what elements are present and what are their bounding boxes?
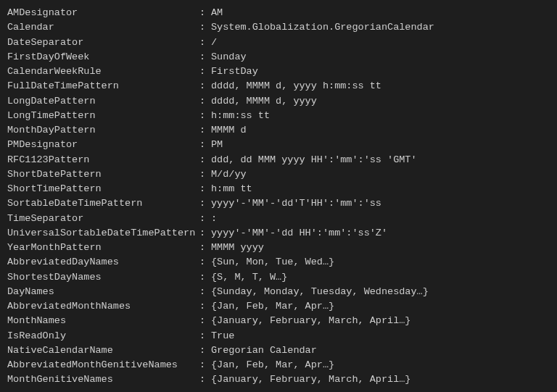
property-row: YearMonthPattern:MMMM yyyy <box>7 241 550 255</box>
property-value: yyyy'-'MM'-'dd'T'HH':'mm':'ss <box>211 196 381 211</box>
property-name: ShortDatePattern <box>7 167 199 182</box>
property-name: AbbreviatedDayNames <box>7 255 199 270</box>
property-value: {S, M, T, W…} <box>211 270 287 285</box>
property-value: AM <box>211 6 223 20</box>
property-name: DateSeparator <box>7 36 199 50</box>
property-name: LongTimePattern <box>7 109 199 123</box>
separator: : <box>199 196 211 211</box>
property-value: {Jan, Feb, Mar, Apr…} <box>211 299 334 314</box>
property-row: DayNames:{Sunday, Monday, Tuesday, Wedne… <box>7 285 550 299</box>
property-row: FullDateTimePattern:dddd, MMMM d, yyyy h… <box>7 79 550 93</box>
property-row: LongDatePattern:dddd, MMMM d, yyyy <box>7 94 550 109</box>
property-row: IsReadOnly:True <box>7 329 550 343</box>
separator: : <box>199 36 211 50</box>
property-row: AbbreviatedMonthGenitiveNames:{Jan, Feb,… <box>7 358 550 372</box>
property-name: UniversalSortableDateTimePattern <box>7 226 199 241</box>
property-row: AMDesignator:AM <box>7 6 550 20</box>
property-name: AbbreviatedMonthGenitiveNames <box>7 358 199 372</box>
property-value: True <box>211 329 234 343</box>
property-value: {Sun, Mon, Tue, Wed…} <box>211 255 334 270</box>
separator: : <box>199 270 211 285</box>
property-value: h:mm:ss tt <box>211 109 270 123</box>
separator: : <box>199 79 211 93</box>
property-row: RFC1123Pattern:ddd, dd MMM yyyy HH':'mm'… <box>7 153 550 167</box>
property-name: FullDateTimePattern <box>7 79 199 93</box>
separator: : <box>199 123 211 138</box>
property-row: ShortestDayNames:{S, M, T, W…} <box>7 270 550 285</box>
property-name: MonthGenitiveNames <box>7 372 199 387</box>
separator: : <box>199 212 211 226</box>
property-value: Sunday <box>211 50 247 64</box>
property-value: dddd, MMMM d, yyyy <box>211 94 317 109</box>
separator: : <box>199 20 211 35</box>
separator: : <box>199 329 211 343</box>
property-value: dddd, MMMM d, yyyy h:mm:ss tt <box>211 79 381 93</box>
property-name: Calendar <box>7 20 199 35</box>
property-row: ShortDatePattern:M/d/yy <box>7 167 550 182</box>
property-row: AbbreviatedMonthNames:{Jan, Feb, Mar, Ap… <box>7 299 550 314</box>
separator: : <box>199 167 211 182</box>
property-value: yyyy'-'MM'-'dd HH':'mm':'ss'Z' <box>211 226 387 241</box>
property-row: NativeCalendarName:Gregorian Calendar <box>7 343 550 358</box>
separator: : <box>199 241 211 255</box>
property-name: PMDesignator <box>7 138 199 152</box>
property-row: MonthDayPattern:MMMM d <box>7 123 550 138</box>
property-row: ShortTimePattern:h:mm tt <box>7 182 550 196</box>
property-row: Calendar:System.Globalization.GregorianC… <box>7 20 550 35</box>
property-name: CalendarWeekRule <box>7 64 199 79</box>
property-name: MonthDayPattern <box>7 123 199 138</box>
property-name: TimeSeparator <box>7 212 199 226</box>
property-name: MonthNames <box>7 314 199 328</box>
property-row: AbbreviatedDayNames:{Sun, Mon, Tue, Wed…… <box>7 255 550 270</box>
separator: : <box>199 343 211 358</box>
separator: : <box>199 285 211 299</box>
property-value: {January, February, March, April…} <box>211 372 410 387</box>
separator: : <box>199 109 211 123</box>
property-row: PMDesignator:PM <box>7 138 550 152</box>
property-value: {Jan, Feb, Mar, Apr…} <box>211 358 334 372</box>
property-value: FirstDay <box>211 64 258 79</box>
separator: : <box>199 358 211 372</box>
property-value: Gregorian Calendar <box>211 343 317 358</box>
separator: : <box>199 314 211 328</box>
property-row: CalendarWeekRule:FirstDay <box>7 64 550 79</box>
separator: : <box>199 138 211 152</box>
property-row: FirstDayOfWeek:Sunday <box>7 50 550 64</box>
property-value: MMMM d <box>211 123 247 138</box>
separator: : <box>199 299 211 314</box>
separator: : <box>199 153 211 167</box>
property-value: {January, February, March, April…} <box>211 314 410 328</box>
property-row: SortableDateTimePattern:yyyy'-'MM'-'dd'T… <box>7 196 550 211</box>
property-row: TimeSeparator:: <box>7 212 550 226</box>
separator: : <box>199 94 211 109</box>
property-row: LongTimePattern:h:mm:ss tt <box>7 109 550 123</box>
property-value: System.Globalization.GregorianCalendar <box>211 20 434 35</box>
separator: : <box>199 182 211 196</box>
property-name: FirstDayOfWeek <box>7 50 199 64</box>
property-name: ShortestDayNames <box>7 270 199 285</box>
property-name: NativeCalendarName <box>7 343 199 358</box>
property-name: DayNames <box>7 285 199 299</box>
property-value: MMMM yyyy <box>211 241 264 255</box>
property-name: ShortTimePattern <box>7 182 199 196</box>
property-name: AMDesignator <box>7 6 199 20</box>
separator: : <box>199 50 211 64</box>
property-row: MonthGenitiveNames:{January, February, M… <box>7 372 550 387</box>
property-name: RFC1123Pattern <box>7 153 199 167</box>
property-value: M/d/yy <box>211 167 247 182</box>
property-value: PM <box>211 138 223 152</box>
property-value: h:mm tt <box>211 182 252 196</box>
property-value: {Sunday, Monday, Tuesday, Wednesday…} <box>211 285 429 299</box>
property-value: : <box>211 212 217 226</box>
property-value: / <box>211 36 217 50</box>
separator: : <box>199 6 211 20</box>
property-name: IsReadOnly <box>7 329 199 343</box>
separator: : <box>199 372 211 387</box>
terminal-output: AMDesignator:AMCalendar:System.Globaliza… <box>7 6 550 388</box>
property-name: AbbreviatedMonthNames <box>7 299 199 314</box>
separator: : <box>199 64 211 79</box>
separator: : <box>199 255 211 270</box>
property-name: LongDatePattern <box>7 94 199 109</box>
property-name: YearMonthPattern <box>7 241 199 255</box>
property-row: UniversalSortableDateTimePattern:yyyy'-'… <box>7 226 550 241</box>
